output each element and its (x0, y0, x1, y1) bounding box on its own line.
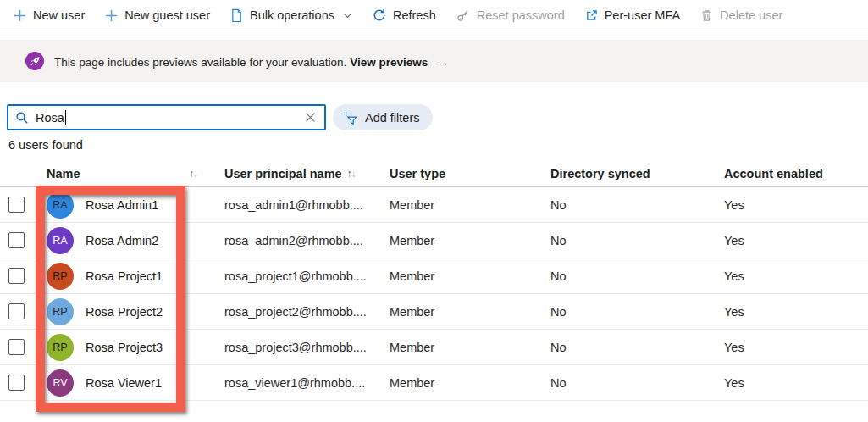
column-header-user-type: User type (381, 167, 542, 180)
directory-synced-cell: No (542, 198, 716, 212)
table-row[interactable]: RA Rosa Admin2 rosa_admin2@rhmobb.... Me… (0, 223, 868, 258)
refresh-icon (373, 8, 386, 22)
delete-user-label: Delete user (720, 8, 782, 22)
reset-password-label: Reset password (477, 8, 565, 22)
upn-cell: rosa_admin1@rhmobb.... (216, 198, 381, 212)
text-caret (65, 110, 67, 125)
account-enabled-cell: Yes (716, 341, 868, 354)
user-type-cell: Member (381, 376, 542, 390)
user-name-link[interactable]: Rosa Admin2 (86, 234, 158, 247)
column-header-upn[interactable]: User principal name ↑↓ (216, 167, 381, 180)
search-icon (15, 111, 29, 125)
directory-synced-cell: No (542, 234, 716, 247)
table-row[interactable]: RA Rosa Admin1 rosa_admin1@rhmobb.... Me… (0, 187, 868, 223)
user-name-link[interactable]: Rosa Viewer1 (86, 376, 162, 390)
row-checkbox[interactable] (8, 339, 25, 355)
delete-user-button[interactable]: Delete user (690, 0, 793, 31)
avatar-initials: RA (53, 235, 67, 247)
avatar: RA (47, 227, 74, 254)
new-guest-user-label: New guest user (124, 8, 210, 22)
directory-synced-cell: No (542, 305, 716, 319)
key-icon (456, 8, 470, 22)
bulk-operations-button[interactable]: Bulk operations (220, 0, 362, 31)
avatar-initials: RV (53, 377, 67, 389)
preview-banner[interactable]: This page includes previews available fo… (0, 40, 868, 82)
account-enabled-cell: Yes (716, 305, 868, 319)
document-icon (230, 8, 243, 22)
sort-desc-icon: ↓ (193, 168, 197, 180)
trash-icon (700, 8, 713, 22)
arrow-right-icon: → (436, 54, 449, 69)
reset-password-button[interactable]: Reset password (446, 0, 575, 31)
user-type-cell: Member (381, 341, 542, 354)
row-checkbox[interactable] (8, 232, 25, 248)
table-row[interactable]: RV Rosa Viewer1 rosa_viewer1@rhmobb.... … (0, 365, 868, 401)
per-user-mfa-label: Per-user MFA (605, 8, 680, 22)
user-type-cell: Member (381, 305, 542, 319)
avatar-initials: RP (53, 270, 67, 282)
refresh-button[interactable]: Refresh (362, 0, 446, 31)
column-header-directory-synced: Directory synced (542, 167, 716, 180)
user-type-cell: Member (381, 269, 542, 283)
results-count: 6 users found (8, 138, 83, 152)
avatar: RA (47, 192, 74, 219)
view-previews-link[interactable]: View previews (350, 56, 428, 69)
add-filters-label: Add filters (365, 111, 419, 125)
chevron-down-icon (343, 11, 352, 20)
add-filter-icon (343, 110, 358, 125)
users-page: New user New guest user Bulk operations … (0, 0, 868, 422)
avatar-initials: RP (53, 306, 67, 318)
add-filters-button[interactable]: Add filters (333, 104, 433, 130)
upn-cell: rosa_project1@rhmobb.... (216, 269, 381, 283)
directory-synced-cell: No (542, 269, 716, 283)
user-type-cell: Member (381, 234, 542, 247)
upn-cell: rosa_project2@rhmobb.... (216, 305, 381, 319)
bulk-operations-label: Bulk operations (250, 8, 334, 22)
row-checkbox[interactable] (8, 303, 25, 319)
avatar: RP (47, 334, 74, 361)
search-input[interactable]: Rosa (7, 104, 326, 130)
new-guest-user-button[interactable]: New guest user (95, 0, 220, 31)
account-enabled-cell: Yes (716, 198, 868, 212)
user-name-link[interactable]: Rosa Project2 (86, 305, 163, 319)
row-checkbox[interactable] (8, 375, 25, 391)
table-header-row: Name ↑↓ User principal name ↑↓ User type… (0, 161, 868, 187)
table-row[interactable]: RP Rosa Project1 rosa_project1@rhmobb...… (0, 258, 868, 294)
refresh-label: Refresh (393, 8, 436, 22)
preview-rocket-icon (25, 52, 44, 70)
external-link-icon (585, 9, 598, 22)
avatar-initials: RP (53, 341, 67, 353)
upn-cell: rosa_viewer1@rhmobb.... (216, 376, 381, 390)
banner-message: This page includes previews available fo… (54, 54, 449, 69)
new-user-button[interactable]: New user (3, 0, 95, 31)
row-checkbox[interactable] (8, 268, 25, 284)
upn-cell: rosa_admin2@rhmobb.... (216, 234, 381, 247)
account-enabled-cell: Yes (716, 269, 868, 283)
column-header-name[interactable]: Name ↑↓ (38, 167, 216, 180)
account-enabled-cell: Yes (716, 376, 868, 390)
avatar: RP (47, 298, 74, 325)
table-row[interactable]: RP Rosa Project3 rosa_project3@rhmobb...… (0, 330, 868, 365)
avatar-initials: RA (53, 199, 67, 211)
user-type-cell: Member (381, 198, 542, 212)
sort-desc-icon: ↓ (351, 168, 356, 180)
plus-icon (105, 9, 118, 22)
user-name-link[interactable]: Rosa Admin1 (86, 198, 158, 212)
column-header-account-enabled: Account enabled (716, 167, 868, 180)
directory-synced-cell: No (542, 376, 716, 390)
users-table: Name ↑↓ User principal name ↑↓ User type… (0, 161, 868, 401)
plus-icon (14, 9, 26, 22)
sort-icons[interactable]: ↑↓ (347, 168, 356, 180)
clear-search-icon[interactable] (303, 110, 318, 125)
row-checkbox[interactable] (8, 197, 25, 213)
avatar: RV (47, 369, 74, 397)
command-bar: New user New guest user Bulk operations … (0, 0, 868, 31)
per-user-mfa-button[interactable]: Per-user MFA (575, 0, 690, 31)
sort-icons[interactable]: ↑↓ (189, 168, 197, 180)
account-enabled-cell: Yes (716, 234, 868, 247)
user-name-link[interactable]: Rosa Project1 (86, 269, 163, 283)
avatar: RP (47, 263, 74, 290)
table-row[interactable]: RP Rosa Project2 rosa_project2@rhmobb...… (0, 294, 868, 330)
new-user-label: New user (33, 8, 85, 22)
user-name-link[interactable]: Rosa Project3 (86, 341, 163, 354)
